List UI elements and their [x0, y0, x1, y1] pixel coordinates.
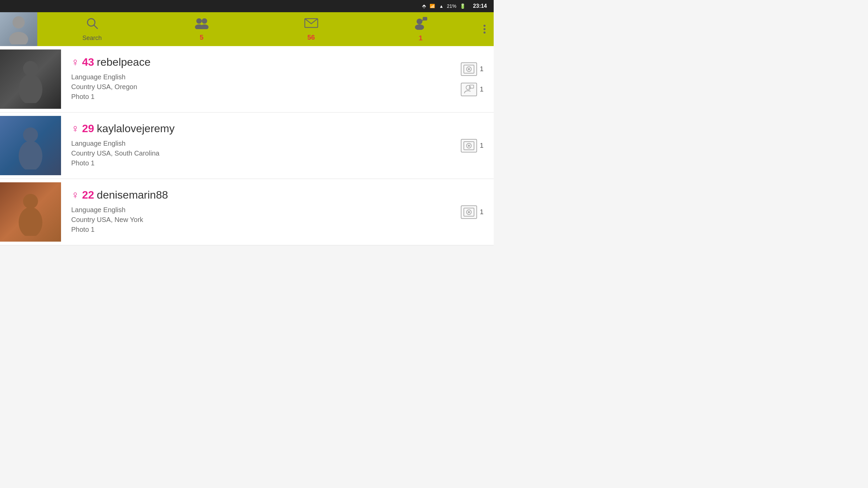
nav-search[interactable]: Search — [72, 17, 113, 42]
clock: 23:14 — [473, 3, 487, 9]
svg-rect-12 — [422, 17, 427, 20]
bluetooth-icon: ⬘ — [422, 3, 426, 9]
status-bar: ⬘ 📶 ▲ 21% 🔋 23:14 — [0, 0, 494, 12]
svg-point-18 — [468, 68, 470, 70]
user-photo-count: Photo 1 — [71, 159, 454, 167]
svg-point-7 — [202, 18, 207, 24]
username: kaylalovejeremy — [97, 122, 175, 135]
nav-friends[interactable]: 5 — [181, 17, 222, 41]
user-item[interactable]: ♀ 22 denisemarin88 Language English Coun… — [0, 179, 494, 245]
svg-point-23 — [19, 141, 42, 169]
svg-point-1 — [13, 16, 25, 28]
user-actions: 1 — [461, 205, 487, 219]
user-country: Country USA, Oregon — [71, 83, 454, 91]
svg-point-31 — [468, 211, 470, 213]
svg-point-22 — [23, 127, 38, 142]
more-dot-2 — [484, 28, 486, 30]
user-photo-count: Photo 1 — [71, 93, 454, 101]
user-photo — [0, 49, 61, 109]
svg-point-2 — [9, 32, 28, 44]
user-language: Language English — [71, 73, 454, 81]
comment-icon-box — [461, 83, 477, 96]
photo-count: 1 — [480, 142, 484, 149]
gender-symbol: ♀ — [71, 56, 79, 68]
comment-count: 1 — [480, 85, 484, 93]
friends-badge: 5 — [200, 34, 203, 41]
svg-text:📶: 📶 — [430, 3, 435, 8]
messages-badge: 56 — [307, 34, 315, 41]
user-actions: 1 — [461, 139, 487, 152]
user-list: ♀ 43 rebelpeace Language English Country… — [0, 46, 494, 245]
user-language: Language English — [71, 206, 454, 214]
svg-point-14 — [23, 61, 38, 76]
svg-line-4 — [94, 25, 98, 29]
messages-icon — [304, 17, 319, 32]
nav-more-button[interactable] — [475, 12, 494, 46]
svg-point-11 — [415, 24, 424, 30]
user-age: 29 — [82, 122, 94, 135]
user-item[interactable]: ♀ 43 rebelpeace Language English Country… — [0, 46, 494, 113]
user-age: 43 — [82, 56, 94, 68]
user-info: ♀ 43 rebelpeace Language English Country… — [68, 56, 454, 103]
notifications-badge: 1 — [419, 34, 422, 42]
top-nav-bar: Search 5 56 — [0, 12, 494, 46]
more-dot-1 — [484, 25, 486, 27]
user-age: 22 — [82, 189, 94, 201]
comment-action[interactable]: 1 — [461, 83, 484, 96]
username: denisemarin88 — [97, 189, 168, 201]
user-item[interactable]: ♀ 29 kaylalovejeremy Language English Co… — [0, 113, 494, 179]
notifications-icon — [413, 16, 428, 33]
wifi-icon: 📶 — [430, 3, 436, 9]
user-info: ♀ 29 kaylalovejeremy Language English Co… — [68, 122, 454, 169]
svg-point-27 — [23, 194, 38, 209]
photo-action[interactable]: 1 — [461, 139, 484, 152]
photo-icon-box — [461, 205, 477, 219]
user-language: Language English — [71, 140, 454, 147]
photo-icon-box — [461, 139, 477, 152]
gender-symbol: ♀ — [71, 122, 79, 135]
svg-point-3 — [87, 19, 95, 26]
nav-messages[interactable]: 56 — [291, 17, 332, 41]
photo-action[interactable]: 1 — [461, 62, 484, 76]
friends-icon — [194, 17, 209, 32]
user-name-row: ♀ 29 kaylalovejeremy — [71, 122, 454, 135]
battery-percentage: 21% — [447, 3, 456, 9]
nav-items: Search 5 56 — [37, 12, 475, 46]
svg-point-15 — [19, 74, 42, 103]
user-name-row: ♀ 43 rebelpeace — [71, 56, 454, 68]
username: rebelpeace — [97, 56, 151, 68]
photo-count: 1 — [480, 208, 484, 216]
photo-action[interactable]: 1 — [461, 205, 484, 219]
search-icon — [85, 17, 99, 33]
user-actions: 1 1 — [461, 62, 487, 96]
gender-symbol: ♀ — [71, 189, 79, 201]
user-photo-count: Photo 1 — [71, 226, 454, 233]
user-info: ♀ 22 denisemarin88 Language English Coun… — [68, 189, 454, 236]
nav-notifications[interactable]: 1 — [400, 16, 441, 42]
photo-icon-box — [461, 62, 477, 76]
current-user-avatar[interactable] — [0, 12, 37, 46]
user-name-row: ♀ 22 denisemarin88 — [71, 189, 454, 201]
user-photo — [0, 116, 61, 175]
svg-point-10 — [416, 19, 422, 24]
user-country: Country USA, South Carolina — [71, 149, 454, 157]
svg-point-26 — [468, 145, 470, 147]
more-dot-3 — [484, 32, 486, 34]
svg-point-28 — [19, 207, 42, 236]
photo-count: 1 — [480, 65, 484, 73]
battery-icon: 🔋 — [460, 3, 466, 9]
svg-point-5 — [196, 18, 202, 24]
search-label: Search — [82, 35, 102, 42]
user-photo — [0, 182, 61, 242]
user-country: Country USA, New York — [71, 216, 454, 224]
status-icons: ⬘ 📶 ▲ 21% 🔋 — [422, 3, 466, 9]
signal-icon: ▲ — [439, 4, 443, 9]
